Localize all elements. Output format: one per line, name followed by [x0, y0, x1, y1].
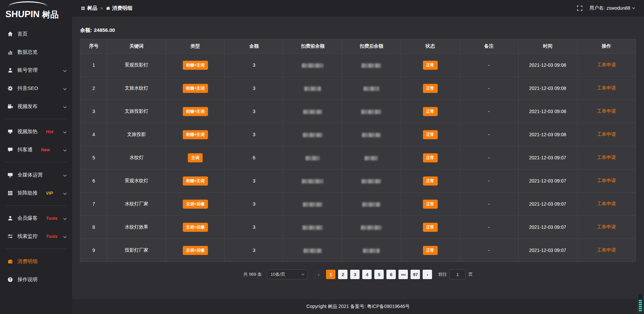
page-button-97[interactable]: 97: [411, 270, 420, 279]
cell-balance_after: [342, 239, 401, 262]
ticket-apply-link[interactable]: 工单申请: [597, 108, 616, 114]
logo: SHUPIN 树品: [0, 0, 72, 20]
sidebar: SHUPIN 树品 首页数据总览账号管理抖音SEO视频发布视频加热Hot抖客通N…: [0, 0, 72, 314]
page-jump: 前往页: [438, 269, 473, 279]
cell-status: 正常: [401, 239, 460, 262]
menu-divider: [5, 162, 67, 162]
cell-amount: 6: [225, 146, 283, 169]
breadcrumb-item-consume-detail[interactable]: 消费明细: [106, 5, 132, 11]
corner-widget-bar: [639, 302, 642, 303]
chevron-down-icon: [63, 193, 67, 195]
cell-amount: 3: [225, 123, 283, 146]
fullscreen-icon[interactable]: [577, 5, 583, 11]
copyright-text: Copyright 树品 2021 备案号: 粤ICP备09019646号: [306, 304, 410, 310]
cell-no: 3: [80, 100, 107, 123]
cell-balance_before: [283, 100, 342, 123]
more-pages-button[interactable]: •••: [398, 270, 408, 279]
sidebar-item-clue-monitor[interactable]: 线索监控Tools: [0, 227, 72, 245]
cell-type: 主词+后缀: [166, 193, 225, 216]
sidebar-item-label: 视频发布: [17, 103, 38, 110]
type-badge: 前缀+主词: [183, 176, 208, 186]
cell-status: 正常: [401, 146, 460, 169]
page-button-2[interactable]: 2: [338, 270, 347, 279]
page-button-6[interactable]: 6: [386, 270, 396, 279]
username-menu[interactable]: 用户名: zswodun88: [589, 5, 635, 11]
breadcrumb-item-shupin[interactable]: 树品: [81, 5, 97, 11]
cell-time: 2021-12-03 09:08: [518, 54, 577, 77]
cell-no: 4: [80, 123, 107, 146]
status-badge: 正常: [423, 176, 438, 186]
masked-value: [361, 225, 382, 230]
ticket-apply-link[interactable]: 工单申请: [597, 155, 616, 160]
ticket-apply-link[interactable]: 工单申请: [597, 62, 616, 67]
comment-icon: [7, 147, 13, 153]
grid-mini-icon: [81, 6, 85, 10]
masked-value: [364, 87, 379, 91]
ticket-apply-link[interactable]: 工单申请: [597, 247, 616, 253]
comment-icon: [7, 147, 13, 153]
cell-action: 工单申请: [577, 54, 636, 77]
cell-balance_after: [342, 54, 401, 77]
sidebar-menu: 首页数据总览账号管理抖音SEO视频发布视频加热Hot抖客通New全媒体运营矩阵助…: [0, 20, 72, 314]
wallet-icon: [106, 6, 110, 10]
cell-amount: 3: [225, 54, 283, 77]
sidebar-item-video-publish[interactable]: 视频发布: [0, 97, 72, 115]
column-header-balance_before: 扣费前余额: [283, 39, 342, 54]
sidebar-item-douketong[interactable]: 抖客通New: [0, 141, 72, 159]
type-badge: 主词+后缀: [183, 246, 208, 255]
ticket-apply-link[interactable]: 工单申请: [597, 178, 616, 183]
cell-status: 正常: [401, 216, 460, 239]
cell-time: 2021-12-03 09:08: [518, 123, 577, 146]
status-badge: 正常: [423, 61, 438, 70]
page-button-1[interactable]: 1: [326, 270, 335, 279]
table-row: 3文旅投影灯前缀+主词3正常-2021-12-03 09:08工单申请: [80, 100, 636, 123]
cell-keyword: 景观水纹灯: [107, 169, 166, 193]
sidebar-item-consume-detail[interactable]: 消费明细: [0, 252, 72, 270]
cell-keyword: 水纹灯厂家: [107, 193, 166, 216]
user-icon: [7, 67, 13, 73]
menu-divider: [5, 249, 67, 249]
breadcrumb: 树品>消费明细: [81, 5, 132, 11]
status-badge: 正常: [423, 84, 438, 93]
type-badge: 主词+后缀: [183, 200, 208, 209]
ticket-apply-link[interactable]: 工单申请: [597, 224, 616, 229]
breadcrumb-label: 树品: [87, 5, 97, 11]
chevron-down-icon: [63, 70, 67, 72]
prev-page-button[interactable]: ‹: [314, 270, 323, 279]
cell-amount: 3: [225, 77, 283, 100]
cell-type: 主词+后缀: [166, 216, 225, 239]
sidebar-item-video-heat[interactable]: 视频加热Hot: [0, 122, 72, 141]
corner-widget-bar: [639, 304, 642, 305]
page-size-select[interactable]: 10条/页: [267, 269, 308, 279]
masked-value: [303, 225, 323, 230]
chevron-down-icon: [632, 7, 635, 9]
page-button-4[interactable]: 4: [362, 270, 372, 279]
user-icon: [7, 215, 13, 221]
next-page-button[interactable]: ›: [423, 270, 432, 279]
sidebar-item-matrix-boost[interactable]: 矩阵助推VIP: [0, 184, 72, 202]
page-button-3[interactable]: 3: [350, 270, 360, 279]
grid-icon: [7, 190, 13, 196]
sidebar-item-member-burst[interactable]: 会员爆客Tools: [0, 209, 72, 227]
sidebar-item-data-overview[interactable]: 数据总览: [0, 43, 72, 61]
page-button-5[interactable]: 5: [374, 270, 384, 279]
ticket-apply-link[interactable]: 工单申请: [597, 85, 616, 91]
ticket-apply-link[interactable]: 工单申请: [597, 201, 616, 206]
sliders-icon: [7, 233, 13, 239]
home-icon: [7, 31, 13, 37]
status-badge: 正常: [423, 130, 438, 139]
username-value: zswodun88: [606, 5, 630, 11]
sidebar-item-label: 首页: [17, 31, 28, 37]
table-header-row: 序号关键词类型金额扣费前余额扣费后余额状态备注时间操作: [80, 39, 636, 54]
ticket-apply-link[interactable]: 工单申请: [597, 132, 616, 137]
table-row: 5水纹灯主词6正常-2021-12-03 09:07工单申请: [80, 146, 636, 169]
sidebar-item-home[interactable]: 首页: [0, 25, 72, 43]
jump-page-input[interactable]: [449, 269, 466, 279]
chevron-down-icon: [63, 106, 67, 108]
sidebar-item-all-media-ops[interactable]: 全媒体运营: [0, 166, 72, 184]
sidebar-item-douyin-seo[interactable]: 抖音SEO: [0, 79, 72, 97]
sidebar-item-account-manage[interactable]: 账号管理: [0, 61, 72, 79]
cell-no: 6: [80, 169, 107, 193]
sidebar-item-operation-guide[interactable]: ?操作说明: [0, 270, 72, 289]
cell-balance_before: [283, 54, 342, 77]
